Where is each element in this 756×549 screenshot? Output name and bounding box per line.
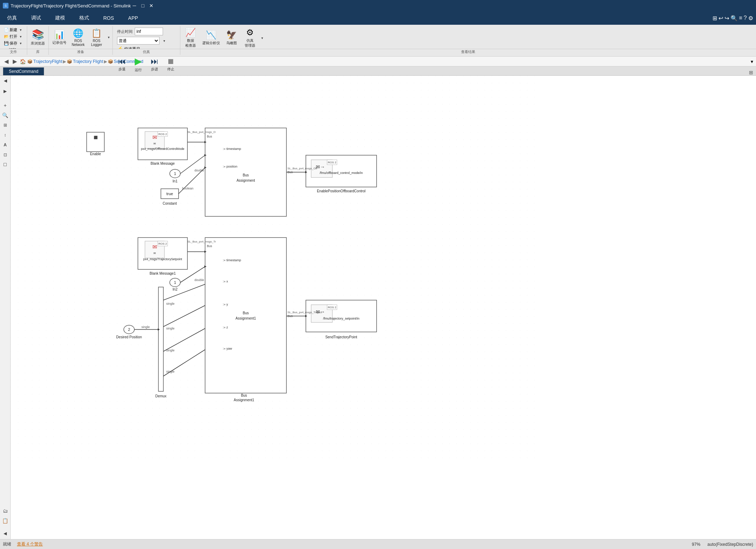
save-button[interactable]: 💾 保存 ▾ xyxy=(3,40,24,46)
svg-rect-2 xyxy=(87,132,104,152)
status-warning[interactable]: 查看 4 个警告 xyxy=(17,541,43,547)
save-icon: 💾 xyxy=(4,41,9,46)
svg-text::= yaw: := yaw xyxy=(223,347,232,350)
birds-eye-icon: 🦅 xyxy=(226,30,237,40)
left-sidebar: ▶ ▶ + 🔍 ⊞ ↕ A ⊡ ☐ 🗂 📋 ◀ xyxy=(0,76,11,539)
svg-text:double: double xyxy=(194,278,204,282)
back-button[interactable]: ◀ xyxy=(3,58,10,65)
record-button[interactable]: 📊 记录信号 xyxy=(50,28,69,47)
sidebar-btn-zoom-out[interactable]: 🔍 xyxy=(1,111,10,119)
svg-text:In2: In2 xyxy=(173,287,178,291)
svg-text:Desired Position: Desired Position xyxy=(116,335,142,339)
svg-text:Blank Message1: Blank Message1 xyxy=(150,271,176,275)
stop-time-input[interactable] xyxy=(135,28,163,35)
review-expand-icon[interactable]: ▾ xyxy=(260,35,264,40)
sidebar-btn-fwd[interactable]: ▶ xyxy=(1,87,10,95)
prepare-expand-icon[interactable]: ▾ xyxy=(106,35,111,40)
sidebar-btn-layers[interactable]: 🗂 xyxy=(1,507,10,515)
menu-sim[interactable]: 仿真 xyxy=(0,11,24,25)
ros-network-button[interactable]: 🌐 ROS Network xyxy=(69,27,87,48)
svg-text:Bus: Bus xyxy=(287,314,293,318)
breadcrumb-sep-1: ▶ xyxy=(63,59,66,64)
svg-text:1: 1 xyxy=(174,280,176,285)
svg-text:✉: ✉ xyxy=(153,142,156,145)
menu-debug[interactable]: 调试 xyxy=(24,11,48,25)
fwd-button[interactable]: ▶ xyxy=(11,58,18,65)
sidebar-btn-props[interactable]: 📋 xyxy=(1,516,10,525)
breadcrumb-item-2[interactable]: Trajectory Flight xyxy=(73,59,103,64)
menu-app[interactable]: APP xyxy=(121,11,145,25)
step-back-button[interactable]: ⏮ 步退 xyxy=(114,56,130,73)
sim-mode-expand-icon[interactable]: ▾ xyxy=(162,38,167,43)
prepare-section-label: 准备 xyxy=(49,49,112,55)
save-expand-icon[interactable]: ▾ xyxy=(18,41,23,46)
close-button[interactable]: ✕ xyxy=(148,2,155,9)
new-button[interactable]: 📄 新建 ▾ xyxy=(3,27,24,33)
tab-sendcommand[interactable]: SendCommand xyxy=(3,67,44,75)
svg-text:Enable: Enable xyxy=(90,152,101,156)
sidebar-btn-fit[interactable]: ⊞ xyxy=(1,121,10,129)
new-icon: 📄 xyxy=(4,28,9,32)
browser-button[interactable]: 📚 库浏览器 xyxy=(29,27,47,47)
svg-text::= x: := x xyxy=(223,280,228,283)
sidebar-btn-collapse[interactable]: ◀ xyxy=(1,529,10,538)
svg-text:ROS 2: ROS 2 xyxy=(158,242,167,245)
sidebar-btn-select[interactable]: ☐ xyxy=(1,160,10,169)
toolbar-icon-1[interactable]: ⊞ xyxy=(713,15,717,22)
canvas[interactable]: ⬛ Enable ✉ ✉ ROS 2 px4_msgs/OffboardCont… xyxy=(11,76,756,539)
menu-bar: 仿真 调试 建模 格式 ROS APP ⊞ ↩ ↪ 🔍 ≡ ? ⚙ xyxy=(0,11,756,25)
sim-mode-select[interactable]: 普通 xyxy=(117,37,159,45)
home-button[interactable]: 🏠 xyxy=(20,59,26,64)
new-expand-icon[interactable]: ▾ xyxy=(18,28,23,33)
toolbar: 📄 新建 ▾ 📂 打开 ▾ 💾 保存 ▾ 🖨 打印 xyxy=(0,25,756,57)
open-expand-icon[interactable]: ▾ xyxy=(18,34,23,39)
maximize-button[interactable]: □ xyxy=(139,2,146,9)
svg-text:Demux: Demux xyxy=(155,394,167,398)
run-button[interactable]: ▶ 运行 xyxy=(130,54,146,74)
diagram-svg: ⬛ Enable ✉ ✉ ROS 2 px4_msgs/OffboardCont… xyxy=(11,76,541,465)
svg-text:Bus: Bus xyxy=(207,244,212,248)
run-icon: ▶ xyxy=(135,56,142,67)
logic-analyzer-button[interactable]: 📉 逻辑分析仪 xyxy=(200,29,222,47)
sidebar-btn-text[interactable]: A xyxy=(1,141,10,149)
step-fwd-icon: ⏭ xyxy=(151,57,158,66)
toolbar-icon-2[interactable]: ↩ xyxy=(719,15,723,22)
menu-format[interactable]: 格式 xyxy=(72,11,96,25)
ros-logger-icon: 📋 xyxy=(91,28,102,38)
toolbar-icon-3[interactable]: ↪ xyxy=(725,15,729,22)
menu-model[interactable]: 建模 xyxy=(48,11,72,25)
svg-rect-21 xyxy=(205,128,286,216)
sidebar-btn-zoom-in[interactable]: + xyxy=(1,101,10,110)
sim-manager-button[interactable]: ⚙ 仿真 管理器 xyxy=(241,26,259,49)
menu-ros[interactable]: ROS xyxy=(96,11,121,25)
ros-logger-button[interactable]: 📋 ROS Logger xyxy=(88,27,105,48)
svg-text:double: double xyxy=(194,169,204,172)
sidebar-btn-back[interactable]: ▶ xyxy=(1,77,10,86)
svg-text:ROS 2: ROS 2 xyxy=(158,133,167,136)
svg-text:true: true xyxy=(167,192,173,196)
svg-text:px4_msgs/OffboardControlMode: px4_msgs/OffboardControlMode xyxy=(141,147,185,151)
toolbar-icon-7[interactable]: ⚙ xyxy=(748,15,753,22)
sidebar-btn-arrows[interactable]: ↕ xyxy=(1,131,10,139)
status-ready: 就绪 xyxy=(3,541,11,547)
open-button[interactable]: 📂 打开 ▾ xyxy=(3,34,24,40)
stop-button[interactable]: ⏹ 停止 xyxy=(163,56,179,73)
svg-text:SendTrajectoryPoint: SendTrajectoryPoint xyxy=(325,335,357,339)
sidebar-btn-block[interactable]: ⊡ xyxy=(1,151,10,159)
minimize-button[interactable]: ─ xyxy=(131,2,138,9)
svg-text:Blank Message: Blank Message xyxy=(151,162,175,165)
birds-eye-button[interactable]: 🦅 鸟瞰图 xyxy=(223,29,240,47)
data-inspector-button[interactable]: 📈 数据 检查器 xyxy=(182,26,199,49)
step-fwd-button[interactable]: ⏭ 步进 xyxy=(147,56,162,73)
dropdown-icon[interactable]: ▾ xyxy=(751,59,753,64)
toolbar-icon-6[interactable]: ? xyxy=(744,15,747,21)
toolbar-icon-5[interactable]: ≡ xyxy=(739,15,742,21)
svg-text:ROS 2: ROS 2 xyxy=(328,161,337,164)
record-icon: 📊 xyxy=(54,30,65,40)
svg-rect-61 xyxy=(158,287,163,391)
svg-text:EnablePositionOffboardControl: EnablePositionOffboardControl xyxy=(317,189,366,193)
breadcrumb-item-1[interactable]: TrajectoryFlight xyxy=(33,59,62,64)
svg-text::= position: := position xyxy=(223,165,237,168)
layout-icon[interactable]: ⊞ xyxy=(749,70,753,75)
toolbar-icon-4[interactable]: 🔍 xyxy=(731,15,738,22)
